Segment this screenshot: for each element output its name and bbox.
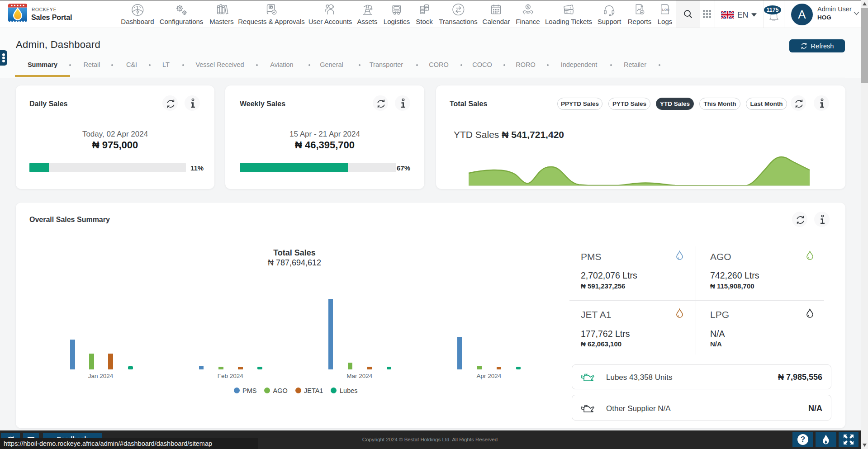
svg-text:LOG: LOG [662, 8, 669, 12]
